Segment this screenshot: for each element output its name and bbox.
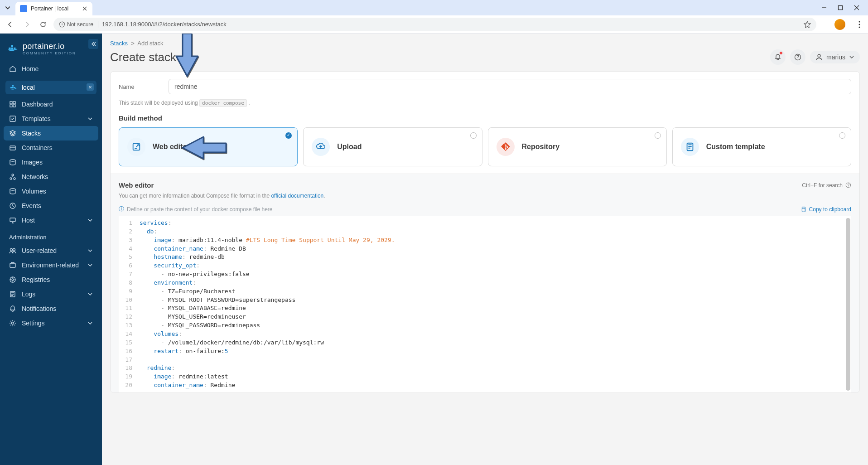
url-text: 192.168.1.18:9000/#!/2/docker/stacks/new… (102, 21, 227, 28)
svg-rect-9 (12, 87, 14, 88)
sidebar-item-templates[interactable]: Templates (4, 111, 98, 126)
editor-scrollbar[interactable] (846, 218, 850, 391)
build-method-upload[interactable]: Upload (303, 127, 482, 166)
chevron-down-icon (87, 218, 93, 223)
sidebar-item-label: Containers (22, 144, 53, 151)
refresh-icon[interactable] (181, 53, 189, 61)
sidebar-item-label: Networks (22, 173, 48, 180)
help-button[interactable] (790, 49, 805, 65)
info-icon: ⓘ (119, 205, 124, 213)
code-content[interactable]: services: db: image: mariadb:11.4-noble … (136, 216, 851, 392)
radio-indicator (470, 132, 477, 139)
bookmark-star-icon[interactable] (804, 21, 811, 28)
deploy-hint: This stack will be deployed using docker… (119, 100, 851, 106)
tab-favicon (20, 5, 27, 12)
reload-icon[interactable] (37, 19, 49, 30)
code-editor[interactable]: 1234567891011121314151617181920 services… (119, 216, 851, 392)
profile-avatar[interactable] (834, 19, 845, 30)
sidebar-item-networks[interactable]: Networks (4, 170, 98, 184)
svg-rect-11 (14, 87, 15, 88)
minimize-icon[interactable] (820, 4, 828, 12)
line-gutter: 1234567891011121314151617181920 (119, 216, 136, 392)
sidebar-item-label: Registries (22, 276, 50, 283)
notifications-button[interactable] (770, 49, 786, 65)
chevron-down-icon (87, 116, 93, 121)
method-icon (497, 138, 515, 156)
sidebar-collapse-button[interactable] (88, 39, 98, 49)
chevron-down-icon (87, 320, 93, 326)
sidebar-item-registries[interactable]: Registries (4, 272, 98, 287)
tab-list-dropdown[interactable] (4, 4, 12, 12)
forward-icon[interactable] (21, 19, 33, 30)
address-input[interactable]: Not secure 192.168.1.18:9000/#!/2/docker… (53, 18, 816, 31)
copy-to-clipboard-button[interactable]: Copy to clipboard (800, 206, 851, 213)
environment-close-icon[interactable]: ✕ (87, 83, 94, 91)
svg-rect-7 (14, 48, 15, 49)
user-menu[interactable]: marius (810, 51, 860, 63)
build-method-custom-template[interactable]: Custom template (672, 127, 851, 166)
not-secure-label: Not secure (67, 21, 93, 28)
sidebar-item-logs[interactable]: Logs (4, 287, 98, 301)
sidebar-item-label: Events (22, 202, 41, 209)
not-secure-badge[interactable]: Not secure (59, 21, 98, 28)
chevron-down-icon (87, 248, 93, 253)
breadcrumb-root[interactable]: Stacks (110, 40, 128, 47)
sidebar-item-user-related[interactable]: User-related (4, 243, 98, 258)
method-label: Web editor (153, 143, 190, 151)
browser-menu-icon[interactable] (855, 20, 863, 29)
browser-chrome: Portainer | local Not secure 192.168.1.1… (0, 0, 868, 34)
sidebar-item-containers[interactable]: Containers (4, 140, 98, 155)
stack-form-card: Name This stack will be deployed using d… (110, 71, 860, 393)
radio-indicator (285, 132, 292, 139)
sidebar-item-images[interactable]: Images (4, 155, 98, 170)
sidebar-item-events[interactable]: Events (4, 199, 98, 213)
build-method-web-editor[interactable]: Web editor (119, 127, 298, 166)
tab-bar: Portainer | local (0, 0, 868, 15)
build-method-label: Build method (119, 114, 851, 122)
sidebar-item-label: Home (22, 65, 39, 73)
editor-search-hint: Ctrl+F for search (802, 182, 851, 189)
brand-logo[interactable]: portainer.io COMMUNITY EDITION (4, 39, 98, 62)
method-label: Repository (522, 143, 560, 151)
chevron-down-icon (87, 262, 93, 268)
sidebar-item-dashboard[interactable]: Dashboard (4, 97, 98, 111)
sidebar-item-home[interactable]: Home (4, 62, 98, 76)
editor-placeholder-hint: Define or paste the content of your dock… (127, 206, 273, 213)
sidebar-item-stacks[interactable]: Stacks (4, 126, 98, 140)
sidebar-item-label: Dashboard (22, 101, 53, 108)
stack-name-input[interactable] (169, 79, 851, 94)
chevron-down-icon (87, 291, 93, 297)
svg-rect-10 (12, 85, 14, 87)
docs-link[interactable]: official documentation (271, 193, 323, 199)
build-method-group: Web editor Upload Repository Custom temp… (119, 127, 851, 166)
svg-point-22 (10, 189, 15, 190)
svg-point-26 (13, 249, 15, 251)
chevron-down-icon (849, 54, 854, 60)
brand-edition: COMMUNITY EDITION (23, 51, 76, 55)
svg-rect-15 (13, 105, 15, 107)
environment-pill[interactable]: local ✕ (5, 81, 96, 94)
back-icon[interactable] (5, 19, 16, 30)
sidebar-item-label: Logs (22, 291, 35, 298)
sidebar-item-volumes[interactable]: Volumes (4, 184, 98, 199)
sidebar-item-host[interactable]: Host (4, 213, 98, 228)
sidebar-item-label: User-related (22, 247, 57, 254)
sidebar-item-environment-related[interactable]: Environment-related (4, 258, 98, 272)
build-method-repository[interactable]: Repository (488, 127, 667, 166)
svg-point-18 (10, 160, 15, 161)
main-content: Stacks > Add stack Create stack (102, 34, 868, 465)
close-window-icon[interactable] (853, 4, 861, 12)
method-label: Custom template (706, 143, 765, 151)
admin-section-label: Administration (4, 228, 98, 243)
svg-rect-24 (10, 218, 15, 222)
tab-close-icon[interactable] (82, 5, 88, 12)
maximize-icon[interactable] (836, 4, 844, 12)
page-title: Create stack (110, 50, 176, 64)
svg-point-25 (10, 249, 13, 251)
editor-title: Web editor (119, 181, 154, 189)
browser-tab[interactable]: Portainer | local (15, 2, 92, 15)
sidebar: portainer.io COMMUNITY EDITION Home loca… (0, 34, 102, 465)
sidebar-item-settings[interactable]: Settings (4, 316, 98, 330)
breadcrumb-leaf: Add stack (137, 40, 163, 47)
sidebar-item-notifications[interactable]: Notifications (4, 301, 98, 316)
